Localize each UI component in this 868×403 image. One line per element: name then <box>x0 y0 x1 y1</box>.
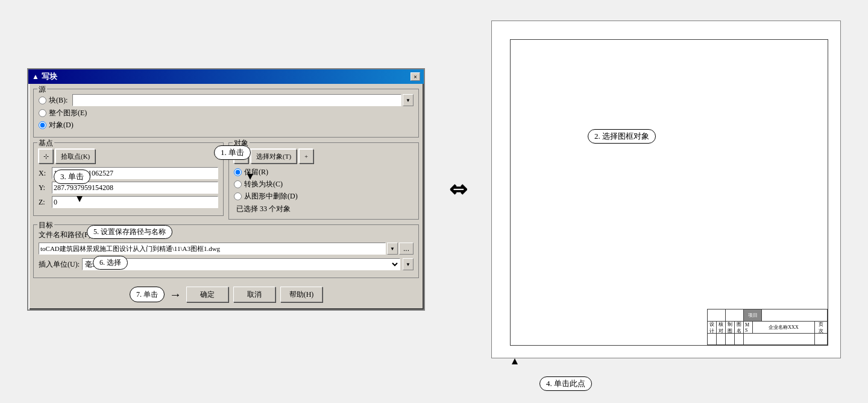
radio-delete-row[interactable]: 从图形中删除(D) <box>234 191 414 202</box>
tb-cell-9 <box>717 334 726 346</box>
path-row: ▼ ... <box>39 243 414 255</box>
pickup-icon-btn[interactable]: ⊹ <box>39 149 53 163</box>
radio-delete-label: 从图形中删除(D) <box>244 191 298 202</box>
tb-cell-1 <box>708 309 726 321</box>
radio-block-label: 块(B): <box>49 95 68 106</box>
tb-cell-scalenum: M S <box>744 322 753 333</box>
dialog-title: 写块 <box>42 71 57 82</box>
radio-convert-row[interactable]: 转换为块(C) <box>234 179 414 189</box>
block-dropdown-arrow[interactable]: ▼ <box>403 94 414 106</box>
tb-cell-project: 项目 <box>744 309 762 321</box>
tb-cell-7: 图名 <box>735 322 744 333</box>
radio-object-label: 对象(D) <box>49 120 74 130</box>
path-dropdown-arrow[interactable]: ▼ <box>387 243 398 255</box>
close-button[interactable]: × <box>410 72 420 81</box>
arrow-1 <box>247 174 253 180</box>
source-label: 源 <box>37 84 47 95</box>
cancel-button[interactable]: 取消 <box>233 287 275 302</box>
tb-cell-5: 核对 <box>717 322 726 333</box>
annotation-5: 5. 设置保存路径与名称 <box>87 225 172 239</box>
help-button[interactable]: 帮助(H) <box>280 287 322 302</box>
arrow-4-up <box>512 358 518 364</box>
unit-row: 插入单位(U): 毫米 ▼ 6. 选择 <box>39 258 414 270</box>
app-icon: ▲ <box>32 72 39 81</box>
annotation-2: 2. 选择图框对象 <box>588 129 656 144</box>
tb-cell-2 <box>726 309 744 321</box>
canvas-inner: 项目 设计 核对 制图 图名 M S 企业名称XXX 页次 <box>510 39 828 346</box>
tb-cell-sheet: 页次 <box>815 322 827 333</box>
x-label: X: <box>39 169 49 178</box>
title-block: 项目 设计 核对 制图 图名 M S 企业名称XXX 页次 <box>707 309 828 345</box>
target-label: 目标 <box>37 220 54 230</box>
write-block-dialog[interactable]: ▲ 写块 × 源 块(B): ▼ 整个图形(E) <box>27 68 425 311</box>
annotation-3: 3. 单击 <box>54 170 90 184</box>
browse-btn[interactable]: ... <box>399 243 414 255</box>
unit-dropdown-arrow[interactable]: ▼ <box>403 258 414 270</box>
z-field-row: Z: <box>39 196 218 208</box>
radio-object[interactable] <box>39 121 46 129</box>
toggle-display-btn[interactable]: + <box>299 149 313 163</box>
canvas-area: 项目 设计 核对 制图 图名 M S 企业名称XXX 页次 <box>491 33 841 370</box>
block-name-input[interactable] <box>72 94 401 106</box>
y-label: Y: <box>39 183 49 192</box>
radio-delete[interactable] <box>234 192 242 200</box>
radio-whole-row[interactable]: 整个图形(E) <box>39 108 414 118</box>
annotation-7: 7. 单击 <box>130 287 165 302</box>
select-objects-btn[interactable]: 选择对象(T) <box>251 149 297 163</box>
radio-whole[interactable] <box>39 109 46 117</box>
button-row: 7. 单击 → 确定 取消 帮助(H) <box>33 283 419 305</box>
source-section: 源 块(B): ▼ 整个图形(E) 对象(D) <box>33 89 419 138</box>
tb-cell-8 <box>708 334 717 346</box>
tb-cell-11 <box>735 334 744 346</box>
radio-whole-label: 整个图形(E) <box>49 108 87 118</box>
tb-cell-4: 设计 <box>708 322 717 333</box>
unit-select[interactable]: 毫米 <box>82 258 400 270</box>
tb-cell-13 <box>815 334 827 346</box>
arrow-3 <box>77 196 83 202</box>
radio-object-row[interactable]: 对象(D) <box>39 120 414 130</box>
object-section: 对象 ✛ 选择对象(T) + 保留(R) 转换为块(C) <box>228 142 419 220</box>
target-section: 目标 文件名和路径(F): 5. 设置保存路径与名称 ▼ ... 插入单位(U)… <box>33 224 419 278</box>
annotation-4: 4. 单击此点 <box>539 376 592 391</box>
unit-label: 插入单位(U): <box>39 259 80 270</box>
selected-count: 已选择 33 个对象 <box>234 204 414 214</box>
file-label: 文件名和路径(F): <box>39 230 93 239</box>
radio-keep-row[interactable]: 保留(R) <box>234 167 414 177</box>
tb-cell-3 <box>762 309 827 321</box>
annotation-1: 1. 单击 <box>214 145 251 160</box>
file-path-input[interactable] <box>39 243 386 255</box>
base-point-label: 基点 <box>37 138 54 148</box>
annotation-6: 6. 选择 <box>93 256 128 270</box>
titlebar: ▲ 写块 × <box>28 69 424 84</box>
radio-keep[interactable] <box>234 168 242 176</box>
radio-block[interactable] <box>39 97 46 104</box>
tb-cell-12 <box>744 334 815 346</box>
radio-convert[interactable] <box>234 180 242 188</box>
z-label: Z: <box>39 198 49 207</box>
tb-cell-10 <box>726 334 735 346</box>
radio-block-row[interactable]: 块(B): ▼ <box>39 94 414 106</box>
double-arrow-icon: ⇔ <box>449 177 467 202</box>
tb-cell-6: 制图 <box>726 322 735 333</box>
radio-convert-label: 转换为块(C) <box>244 179 283 189</box>
pickup-btn[interactable]: 拾取点(K) <box>55 149 95 163</box>
tb-cell-company: 企业名称XXX <box>753 322 815 333</box>
ok-button[interactable]: 确定 <box>186 287 228 302</box>
drawing-canvas: 项目 设计 核对 制图 图名 M S 企业名称XXX 页次 <box>491 21 841 358</box>
